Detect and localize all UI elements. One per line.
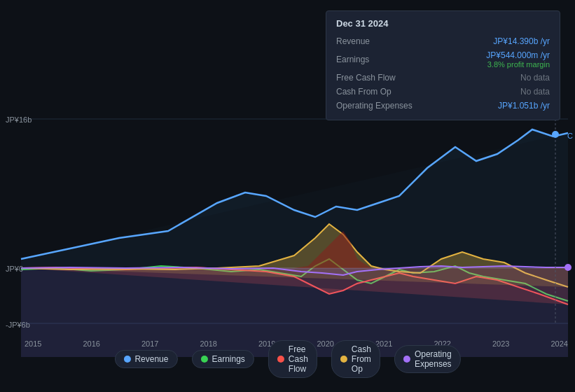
tooltip-value-opex: JP¥1.051b /yr bbox=[498, 101, 550, 111]
legend-label-opex: Operating Expenses bbox=[415, 349, 452, 369]
legend-item-cfo[interactable]: Cash From Op bbox=[331, 340, 380, 378]
legend-dot-opex bbox=[403, 356, 410, 363]
x-label-2015: 2015 bbox=[25, 340, 41, 348]
tooltip-row-earnings: Earnings JP¥544.000m /yr 3.8% profit mar… bbox=[336, 48, 550, 71]
svg-point-5 bbox=[552, 131, 559, 138]
tooltip-label-earnings: Earnings bbox=[336, 55, 427, 64]
legend-dot-fcf bbox=[277, 356, 284, 363]
chart-container: JP¥16b JP¥0 -JP¥6b C Dec 31 2024 Revenue… bbox=[0, 0, 575, 392]
tooltip-row-cfo: Cash From Op No data bbox=[336, 85, 550, 99]
top-right-label: C bbox=[567, 132, 573, 140]
tooltip-label-cfo: Cash From Op bbox=[336, 87, 427, 97]
legend-item-earnings[interactable]: Earnings bbox=[191, 350, 254, 368]
tooltip-value-earnings: JP¥544.000m /yr bbox=[486, 50, 550, 60]
y-label-top: JP¥16b bbox=[6, 115, 32, 124]
legend-label-earnings: Earnings bbox=[212, 354, 244, 364]
tooltip-value-revenue: JP¥14.390b /yr bbox=[493, 36, 550, 46]
legend-item-fcf[interactable]: Free Cash Flow bbox=[268, 340, 317, 378]
tooltip-label-opex: Operating Expenses bbox=[336, 101, 427, 111]
legend-dot-earnings bbox=[200, 356, 207, 363]
tooltip-row-opex: Operating Expenses JP¥1.051b /yr bbox=[336, 99, 550, 113]
tooltip-label-revenue: Revenue bbox=[336, 36, 427, 46]
tooltip-box: Dec 31 2024 Revenue JP¥14.390b /yr Earni… bbox=[326, 10, 560, 120]
tooltip-value-cfo: No data bbox=[520, 87, 550, 97]
profit-margin-badge: 3.8% profit margin bbox=[487, 60, 550, 69]
legend: Revenue Earnings Free Cash Flow Cash Fro… bbox=[114, 340, 460, 378]
x-label-2016: 2016 bbox=[83, 340, 100, 348]
tooltip-label-fcf: Free Cash Flow bbox=[336, 73, 427, 83]
tooltip-date: Dec 31 2024 bbox=[336, 18, 550, 29]
y-label-mid: JP¥0 bbox=[6, 265, 23, 273]
legend-item-revenue[interactable]: Revenue bbox=[114, 350, 177, 368]
tooltip-value-fcf: No data bbox=[520, 73, 550, 83]
legend-item-opex[interactable]: Operating Expenses bbox=[394, 345, 461, 373]
legend-label-fcf: Free Cash Flow bbox=[289, 344, 308, 374]
legend-label-cfo: Cash From Op bbox=[352, 344, 371, 374]
svg-point-6 bbox=[564, 264, 571, 271]
tooltip-row-revenue: Revenue JP¥14.390b /yr bbox=[336, 34, 550, 48]
legend-label-revenue: Revenue bbox=[134, 354, 168, 364]
legend-dot-cfo bbox=[340, 356, 347, 363]
x-label-2024: 2024 bbox=[551, 340, 568, 348]
legend-dot-revenue bbox=[123, 356, 130, 363]
tooltip-row-fcf: Free Cash Flow No data bbox=[336, 71, 550, 85]
y-label-bot: -JP¥6b bbox=[6, 321, 30, 329]
x-label-2023: 2023 bbox=[492, 340, 509, 348]
